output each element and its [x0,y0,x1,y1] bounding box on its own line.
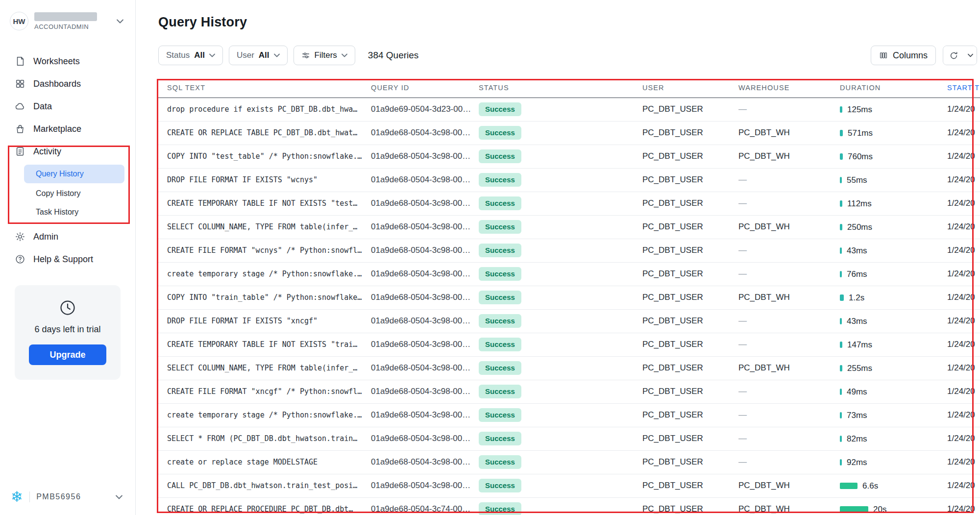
table-row[interactable]: DROP FILE FORMAT IF EXISTS "xncgf"01a9de… [158,309,980,333]
table-row[interactable]: create or replace stage MODELSTAGE01a9de… [158,450,980,474]
sidebar-item-admin[interactable]: Admin [0,225,135,248]
table-row[interactable]: COPY INTO "test_table" /* Python:snowfla… [158,145,980,168]
sidebar-item-query-history[interactable]: Query History [24,165,124,183]
trial-message: 6 days left in trial [22,324,114,335]
table-row[interactable]: CREATE TEMPORARY TABLE IF NOT EXISTS "te… [158,192,980,215]
status-badge: Success [479,432,521,446]
cell-sql-text: CREATE TEMPORARY TABLE IF NOT EXISTS "tr… [158,333,371,356]
chevron-down-icon [342,53,347,57]
toolbar-right: Columns [871,46,977,65]
status-badge: Success [479,149,521,164]
table-row[interactable]: CALL PC_DBT_DB.dbt_hwatson.train_test_po… [158,474,980,497]
duration-bar [840,436,842,442]
table-row[interactable]: SELECT COLUMN_NAME, TYPE FROM table(infe… [158,215,980,239]
table-row[interactable]: drop procedure if exists PC_DBT_DB.dbt_h… [158,98,980,121]
cell-warehouse: PC_DBT_WH [738,497,840,515]
duration-value: 43ms [847,245,867,255]
cell-warehouse: — [738,262,840,286]
table-row[interactable]: CREATE OR REPLACE PROCEDURE PC_DBT_DB.db… [158,497,980,515]
user-filter-dropdown[interactable]: User All [229,46,288,65]
cell-user: PC_DBT_USER [642,333,738,356]
table-body: drop procedure if exists PC_DBT_DB.dbt_h… [158,98,980,515]
table-row[interactable]: CREATE FILE FORMAT "xncgf" /* Python:sno… [158,380,980,403]
account-locator[interactable]: PMB56956 [36,492,81,501]
sidebar-item-dashboards[interactable]: Dashboards [0,73,135,95]
sidebar-item-task-history[interactable]: Task History [0,203,135,221]
chevron-down-icon [209,53,215,57]
chevron-down-icon[interactable] [116,495,122,499]
duration-value: 760ms [848,151,873,161]
column-header-query-id[interactable]: QUERY ID [371,78,479,98]
cell-query-id: 01a9de68-0504-3c98-00… [371,403,479,427]
status-badge: Success [479,361,521,375]
cell-status: Success [479,239,642,262]
sidebar-item-worksheets[interactable]: Worksheets [0,50,135,73]
cell-user: PC_DBT_USER [642,239,738,262]
column-header-user[interactable]: USER [642,78,738,98]
account-switcher[interactable]: HW ACCOUNTADMIN [0,0,135,30]
duration-bar [840,365,842,371]
cell-duration: 82ms [840,427,947,450]
toolbar: Status All User All Filters 384 Queries [158,46,980,65]
upgrade-button[interactable]: Upgrade [29,344,106,365]
table-row[interactable]: SELECT COLUMN_NAME, TYPE FROM table(infe… [158,356,980,380]
refresh-button[interactable] [943,46,964,65]
column-header-start-time[interactable]: START TIME [947,78,980,98]
table-row[interactable]: DROP FILE FORMAT IF EXISTS "wcnys"01a9de… [158,168,980,192]
table-row[interactable]: CREATE TEMPORARY TABLE IF NOT EXISTS "tr… [158,333,980,356]
table-row[interactable]: create temporary stage /* Python:snowfla… [158,403,980,427]
duration-value: 112ms [847,198,872,208]
cell-sql-text: SELECT COLUMN_NAME, TYPE FROM table(infe… [158,215,371,239]
cell-sql-text: drop procedure if exists PC_DBT_DB.dbt_h… [158,98,371,121]
status-badge: Success [479,102,521,117]
sidebar-item-label: Data [33,101,52,112]
cell-warehouse: — [738,192,840,215]
cell-warehouse: PC_DBT_WH [738,215,840,239]
table-row[interactable]: CREATE FILE FORMAT "wcnys" /* Python:sno… [158,239,980,262]
table-row[interactable]: SELECT * FROM (PC_DBT_DB.dbt_hwatson.tra… [158,427,980,450]
cloud-data-icon [15,101,25,112]
duration-bar [840,247,842,254]
sidebar-item-help-support[interactable]: Help & Support [0,248,135,270]
sidebar-item-marketplace[interactable]: Marketplace [0,118,135,140]
sidebar-item-data[interactable]: Data [0,95,135,118]
duration-bar [840,294,844,301]
cell-user: PC_DBT_USER [642,474,738,497]
duration-value: 571ms [848,128,873,137]
cell-user: PC_DBT_USER [642,192,738,215]
cell-warehouse: PC_DBT_WH [738,145,840,168]
status-filter-label: Status [166,50,190,60]
user-filter-value: All [259,50,270,60]
column-header-warehouse[interactable]: WAREHOUSE [738,78,840,98]
duration-bar [840,200,842,207]
status-filter-dropdown[interactable]: Status All [158,46,223,65]
table-row[interactable]: COPY INTO "train_table" /* Python:snowfl… [158,286,980,309]
table-row[interactable]: CREATE OR REPLACE TABLE PC_DBT_DB.dbt_hw… [158,121,980,145]
page-title: Query History [158,15,980,30]
cell-duration: 73ms [840,403,947,427]
cell-status: Success [479,333,642,356]
cell-sql-text: create temporary stage /* Python:snowfla… [158,403,371,427]
sidebar-item-activity[interactable]: Activity [0,140,135,163]
cell-start-time: 1/24/20 [947,427,980,450]
cell-sql-text: create temporary stage /* Python:snowfla… [158,262,371,286]
column-header-duration[interactable]: DURATION [840,78,947,98]
cell-duration: 112ms [840,192,947,215]
columns-button[interactable]: Columns [871,46,936,65]
cell-query-id: 01a9de68-0504-3c98-00… [371,215,479,239]
refresh-menu-button[interactable] [964,46,977,65]
filters-dropdown[interactable]: Filters [294,46,355,65]
cell-duration: 20s [840,497,947,515]
cell-start-time: 1/24/20 [947,309,980,333]
sidebar-item-copy-history[interactable]: Copy History [0,184,135,203]
duration-bar [840,342,842,348]
cell-user: PC_DBT_USER [642,98,738,121]
column-header-sql-text[interactable]: SQL TEXT [158,78,371,98]
cell-start-time: 1/24/20 [947,403,980,427]
cell-query-id: 01a9de68-0504-3c74-00… [371,497,479,515]
cell-warehouse: — [738,333,840,356]
cell-query-id: 01a9de68-0504-3c98-00… [371,450,479,474]
cell-query-id: 01a9de68-0504-3c98-00… [371,239,479,262]
column-header-status[interactable]: STATUS [479,78,642,98]
table-row[interactable]: create temporary stage /* Python:snowfla… [158,262,980,286]
